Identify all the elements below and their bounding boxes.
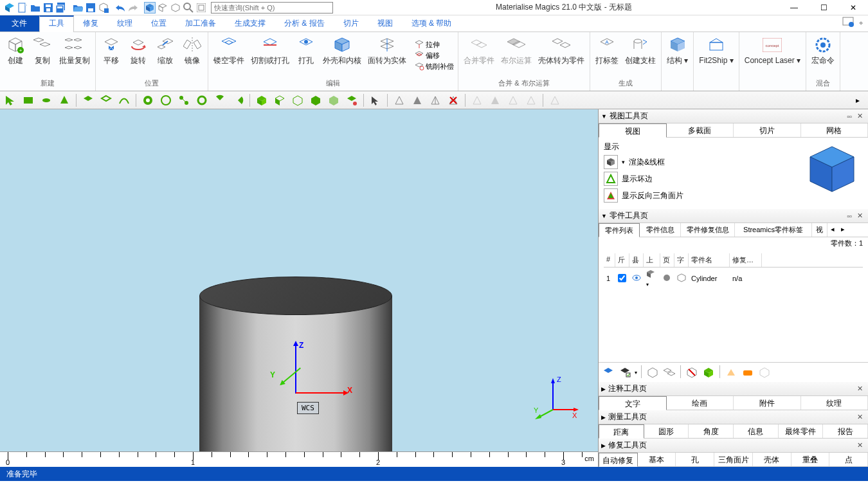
structure-button[interactable]: 结构 ▾ — [664, 33, 691, 87]
tri-h1-icon[interactable] — [547, 93, 563, 108]
pt-btn1-icon[interactable] — [601, 365, 615, 379]
subtab-point[interactable]: 点 — [829, 453, 868, 466]
save-icon[interactable] — [42, 2, 54, 14]
rotate-button[interactable]: 旋转 — [125, 33, 151, 77]
concept-laser-button[interactable]: conceptConcept Laser ▾ — [742, 33, 803, 87]
view-wire-icon[interactable] — [157, 2, 168, 14]
cut-punch-button[interactable]: 切割或打孔 — [248, 33, 292, 77]
pt-btn5-icon[interactable] — [685, 365, 699, 379]
subtab-part-info[interactable]: 零件信息 — [640, 223, 681, 237]
sel-curve-icon[interactable] — [116, 93, 132, 108]
row-visible-checkbox[interactable] — [618, 274, 626, 282]
tri-g4-icon[interactable] — [523, 93, 539, 108]
view-cube-preview[interactable] — [804, 141, 860, 198]
pt-btn4-icon[interactable] — [662, 365, 676, 379]
bad-edges-button[interactable] — [604, 172, 618, 186]
panel-close-icon[interactable]: ✕ — [854, 112, 865, 120]
shell-core-button[interactable]: 外壳和内核 — [320, 33, 364, 77]
subtab-autofix[interactable]: 自动修复 — [599, 453, 638, 467]
sel-face-icon[interactable] — [80, 93, 96, 108]
panel4-close-icon[interactable]: ✕ — [854, 413, 865, 421]
open-folder-icon[interactable] — [72, 2, 84, 14]
cube-sel5-icon[interactable] — [326, 93, 341, 108]
maximize-button[interactable]: ☐ — [809, 0, 838, 15]
part-tools-header[interactable]: ▼零件工具页▫▫✕ — [599, 209, 868, 223]
table-row[interactable]: 1 ▾ Cylinder n/a — [604, 268, 863, 289]
fullscreen-icon[interactable] — [195, 2, 207, 14]
tab-options[interactable]: 选项 & 帮助 — [402, 15, 462, 32]
panel3-close-icon[interactable]: ✕ — [854, 385, 865, 393]
subtab-basic[interactable]: 基本 — [638, 453, 676, 466]
annotate-header[interactable]: ▶注释工具页✕ — [599, 382, 868, 396]
cube-sel4-icon[interactable] — [308, 93, 323, 108]
subtab-shell[interactable]: 壳体 — [753, 453, 791, 466]
scale-button[interactable]: 缩放 — [152, 33, 178, 77]
subtab-grid[interactable]: 网格 — [801, 123, 869, 137]
subtab-texture[interactable]: 纹理 — [801, 396, 869, 410]
panel2-close-icon[interactable]: ✕ — [854, 212, 865, 220]
tab-view[interactable]: 视图 — [368, 15, 402, 32]
tri-del-icon[interactable] — [446, 93, 461, 108]
tri-sel1-icon[interactable] — [392, 93, 407, 108]
subtab-distance[interactable]: 距离 — [599, 424, 644, 439]
minimize-button[interactable]: — — [779, 0, 809, 15]
sub-tab-right-icon[interactable]: ▸ — [838, 223, 848, 237]
sel-poly-icon[interactable] — [57, 93, 72, 108]
cube-sel1-icon[interactable] — [254, 93, 269, 108]
tri-sel3-icon[interactable] — [428, 93, 443, 108]
view-cube-icon[interactable] — [144, 2, 156, 14]
subtab-triangle[interactable]: 三角面片 — [714, 453, 753, 466]
close-button[interactable]: ✕ — [838, 0, 868, 15]
sel-shell-icon[interactable] — [98, 93, 114, 108]
merge-button[interactable]: 合并零件 — [461, 33, 497, 77]
pt-btn3-icon[interactable] — [646, 365, 660, 379]
tri-sel2-icon[interactable] — [410, 93, 425, 108]
subtab-attach[interactable]: 附件 — [734, 396, 801, 410]
pin-icon[interactable]: ▫▫ — [844, 113, 854, 120]
open-icon[interactable] — [30, 2, 41, 14]
offset-button[interactable]: 偏移 — [413, 50, 455, 61]
measure-header[interactable]: ▶测量工具页✕ — [599, 410, 868, 424]
sel-grow-icon[interactable] — [140, 93, 156, 108]
translate-button[interactable]: 平移 — [98, 33, 124, 77]
sel-fan2-icon[interactable] — [230, 93, 246, 108]
surf-to-solid-button[interactable]: 面转为实体 — [365, 33, 409, 77]
sel-ring-icon[interactable] — [194, 93, 210, 108]
tab-tools[interactable]: 工具 — [39, 15, 74, 32]
subtab-text[interactable]: 文字 — [599, 396, 667, 410]
subtab-angle[interactable]: 角度 — [689, 424, 734, 438]
save-all-icon[interactable] — [55, 2, 67, 14]
render-mode-button[interactable] — [604, 155, 618, 169]
create-button[interactable]: +创建 — [3, 33, 28, 77]
tab-slice[interactable]: 切片 — [334, 15, 368, 32]
subtab-draw[interactable]: 绘画 — [667, 396, 734, 410]
label-button[interactable]: A打标签 — [593, 33, 621, 77]
mill-comp-button[interactable]: 铣削补偿 — [413, 61, 455, 72]
sel-arrow-icon[interactable] — [3, 93, 18, 108]
sel-shrink-icon[interactable] — [158, 93, 174, 108]
eye-icon[interactable] — [632, 275, 641, 282]
tab-texture[interactable]: 纹理 — [108, 15, 142, 32]
new-icon[interactable] — [17, 2, 28, 14]
subtab-multisection[interactable]: 多截面 — [667, 123, 734, 137]
tab-analyze[interactable]: 分析 & 报告 — [275, 15, 334, 32]
view-tools-header[interactable]: ▼视图工具页▫▫✕ — [599, 109, 868, 123]
pointer-icon[interactable] — [368, 93, 383, 108]
tri-g3-icon[interactable] — [505, 93, 521, 108]
sub-tab-left-icon[interactable]: ◂ — [827, 223, 838, 237]
pt-btn6-icon[interactable] — [701, 365, 716, 379]
sel-connect-icon[interactable] — [176, 93, 192, 108]
tab-file[interactable]: 文件 — [0, 15, 39, 32]
panel5-close-icon[interactable]: ✕ — [854, 441, 865, 449]
subtab-report[interactable]: 报告 — [823, 424, 868, 438]
subtab-part-list[interactable]: 零件列表 — [599, 223, 640, 237]
pt-btn7-icon[interactable] — [724, 365, 738, 379]
pin2-icon[interactable]: ▫▫ — [844, 212, 854, 220]
sel-fan1-icon[interactable] — [212, 93, 228, 108]
subtab-part-fix[interactable]: 零件修复信息 — [681, 223, 735, 237]
redo-icon[interactable] — [127, 2, 139, 14]
cube-sel2-icon[interactable] — [272, 93, 287, 108]
sel-rect-icon[interactable] — [21, 93, 36, 108]
fit2ship-button[interactable]: Fit2Ship ▾ — [696, 33, 736, 87]
zoom-icon[interactable] — [183, 2, 194, 14]
